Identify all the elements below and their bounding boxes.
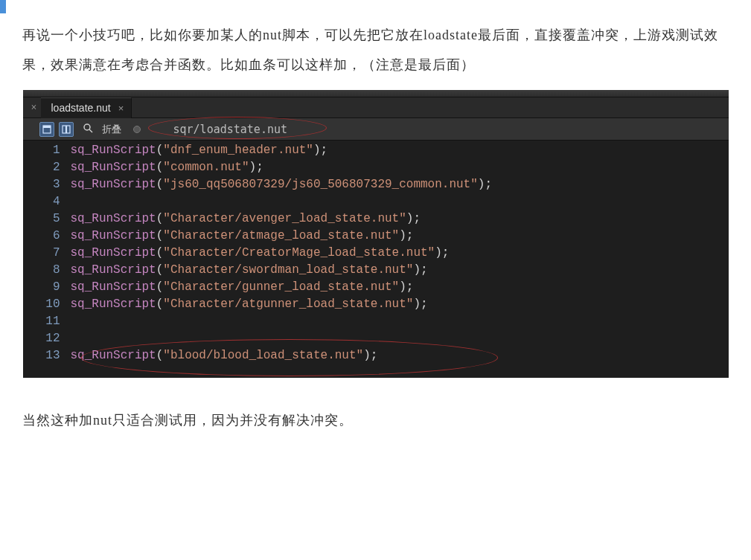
editor-toolbar: 折叠 sqr/loadstate.nut xyxy=(23,118,729,141)
svg-rect-1 xyxy=(43,126,51,128)
code-lines[interactable]: sq_RunScript("dnf_enum_header.nut");sq_R… xyxy=(71,142,729,364)
editor-title-strip xyxy=(23,90,729,97)
code-line xyxy=(71,193,729,210)
code-line: sq_RunScript("Character/swordman_load_st… xyxy=(71,262,729,279)
line-number: 4 xyxy=(23,193,60,210)
line-number: 9 xyxy=(23,279,60,296)
close-tab-icon[interactable]: × xyxy=(118,103,124,114)
line-number: 13 xyxy=(23,347,60,364)
line-number: 6 xyxy=(23,228,60,245)
svg-rect-3 xyxy=(66,126,70,133)
code-area: 12345678910111213 sq_RunScript("dnf_enum… xyxy=(23,141,729,364)
paragraph-bottom: 当然这种加nut只适合测试用，因为并没有解决冲突。 xyxy=(22,406,729,436)
svg-rect-2 xyxy=(63,126,66,133)
close-panel-icon[interactable]: × xyxy=(28,102,41,114)
paragraph-top: 再说一个小技巧吧，比如你要加某人的nut脚本，可以先把它放在loadstate最… xyxy=(22,21,729,80)
code-line: sq_RunScript("js60_qq506807329/js60_5068… xyxy=(71,176,729,193)
line-number: 10 xyxy=(23,296,60,313)
line-number: 12 xyxy=(23,330,60,347)
line-gutter: 12345678910111213 xyxy=(23,142,71,364)
editor-tabbar: × loadstate.nut × xyxy=(23,97,729,118)
code-line xyxy=(71,313,729,330)
code-line: sq_RunScript("blood/blood_load_state.nut… xyxy=(71,347,729,364)
line-number: 1 xyxy=(23,142,60,159)
code-editor: × loadstate.nut × 折叠 sqr/loadstate.nut xyxy=(23,90,729,378)
line-number: 2 xyxy=(23,159,60,176)
code-line xyxy=(71,330,729,347)
file-path-text: sqr/loadstate.nut xyxy=(173,123,288,136)
code-line: sq_RunScript("Character/gunner_load_stat… xyxy=(71,279,729,296)
svg-line-5 xyxy=(89,129,92,132)
file-tab[interactable]: loadstate.nut × xyxy=(41,97,132,118)
line-number: 3 xyxy=(23,176,60,193)
toolbar-button-1[interactable] xyxy=(39,122,54,137)
code-line: sq_RunScript("dnf_enum_header.nut"); xyxy=(71,142,729,159)
code-line: sq_RunScript("Character/atmage_load_stat… xyxy=(71,228,729,245)
status-dot xyxy=(133,126,141,133)
accent-bar xyxy=(0,0,6,13)
line-number: 11 xyxy=(23,313,60,330)
svg-point-4 xyxy=(84,124,90,130)
file-tab-label: loadstate.nut xyxy=(51,102,111,114)
code-line: sq_RunScript("common.nut"); xyxy=(71,159,729,176)
code-line: sq_RunScript("Character/atgunner_load_st… xyxy=(71,296,729,313)
toolbar-button-2[interactable] xyxy=(59,122,74,137)
code-line: sq_RunScript("Character/avenger_load_sta… xyxy=(71,210,729,228)
line-number: 5 xyxy=(23,210,60,228)
fold-button[interactable]: 折叠 xyxy=(102,123,121,136)
line-number: 7 xyxy=(23,245,60,262)
file-path: sqr/loadstate.nut xyxy=(162,121,300,138)
code-line: sq_RunScript("Character/CreatorMage_load… xyxy=(71,245,729,262)
search-icon[interactable] xyxy=(83,123,93,136)
line-number: 8 xyxy=(23,262,60,279)
